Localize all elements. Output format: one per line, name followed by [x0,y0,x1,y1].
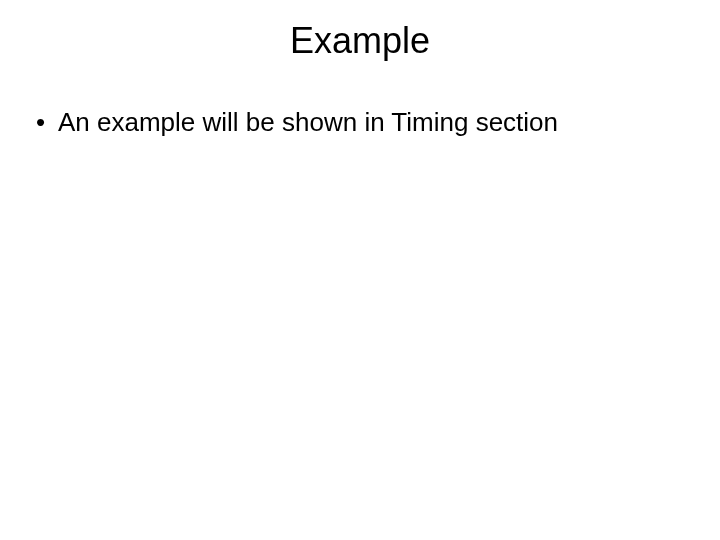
slide-title: Example [0,20,720,62]
bullet-item: An example will be shown in Timing secti… [30,106,660,139]
slide-content: An example will be shown in Timing secti… [0,106,720,139]
bullet-list: An example will be shown in Timing secti… [30,106,660,139]
slide: Example An example will be shown in Timi… [0,0,720,540]
